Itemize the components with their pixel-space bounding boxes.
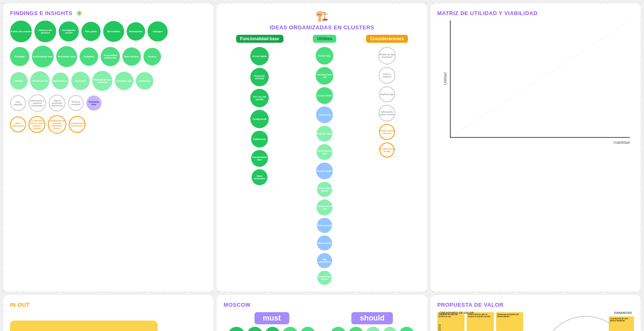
- bubble: La dificultad supone varios aspectos soc…: [29, 116, 45, 133]
- moscow-label: should: [351, 312, 393, 324]
- matrix-bubble: [608, 28, 621, 40]
- panel5-title: MOSCOW: [223, 302, 420, 308]
- bubble: Acceso usuario: [316, 163, 333, 179]
- panel6-title: PROPUESTA DE VALOR: [437, 302, 634, 308]
- panel3-title: MATRIZ DE UTILIDAD Y VIABILIDAD: [437, 10, 634, 16]
- sticky-gains-1: Ganancias principales del cliente objeti…: [496, 312, 523, 331]
- panel1-title: FINDINGS E INSIGHTS ✳️: [10, 10, 207, 16]
- moscow-section-must: mustFuncionalidad baseAcceso básicoDatos…: [223, 312, 320, 331]
- bubble: Patrones de uso: [30, 71, 49, 91]
- panel-inout: IN OUT IN AnálisisDatos personalesFuncio…: [3, 295, 213, 331]
- bubble-row: Ideas adicionalesLa dificultad supone va…: [10, 115, 207, 134]
- bubble: Búsqueda avanzada: [330, 327, 346, 331]
- matrix-bubble: [585, 108, 598, 122]
- bubble: Pain points: [81, 22, 101, 41]
- panel2-icon: 🏗️: [316, 10, 328, 21]
- bubble: Perfil usuario: [399, 327, 414, 331]
- panel1-rows: Análisis del contextoObjetivos del proye…: [10, 21, 207, 134]
- bubble: Listas y tablas: [316, 87, 333, 104]
- panel5-title-text: MOSCOW: [223, 302, 250, 308]
- bubble: Funcionalidad base: [228, 327, 245, 331]
- label-products: PRODUCTO SERVICIOS: [438, 324, 441, 331]
- propuesta-container: Creadores de valor del servicio en uso C…: [437, 312, 634, 331]
- bubble: Texto consulta: [317, 218, 332, 233]
- bubble: Buen usuario: [317, 235, 332, 251]
- panel-propuesta: PROPUESTA DE VALOR Creadores de valor de…: [431, 295, 641, 331]
- panel-ideas: 🏗️ IDEAS ORGANIZADAS EN CLUSTERS Funcion…: [217, 3, 427, 292]
- findings-icon: ✳️: [76, 10, 83, 16]
- bubble: Análisis del contexto: [10, 21, 32, 42]
- bubble-row: texto pequeñoInformación y aspectos impo…: [10, 94, 207, 112]
- bubble: Analítica algo: [379, 86, 395, 102]
- panel6-title-text: PROPUESTA DE VALOR: [437, 302, 504, 308]
- bubble: Configuración esencial: [282, 327, 298, 331]
- bubble-row: MétricasPatrones de usoBenchmarkingSoluc…: [10, 71, 207, 91]
- bubble: Con una sola pantalla: [250, 89, 269, 107]
- bubble: Exportación: [366, 327, 381, 331]
- bubble: Datos personales: [252, 169, 267, 185]
- panel4-title-text: IN OUT: [10, 302, 30, 308]
- bubble: Funcional base util: [316, 67, 333, 85]
- label-creators: CREADORES DE VALOR: [439, 311, 474, 314]
- bubble-row: EstrategiaFuncionalidad basePrioridades …: [10, 46, 207, 67]
- cluster-header: Consideraciones: [366, 35, 408, 43]
- moscow-section-should: shouldBúsqueda avanzadaNotificacionesExp…: [324, 312, 421, 331]
- bubble: Propuesta valor: [86, 96, 101, 111]
- bubble: Módulo principal: [300, 327, 315, 331]
- bubble: Retos técnicos: [122, 47, 141, 66]
- bubble: User testing: [316, 106, 333, 123]
- bubble: Funcionalidad base: [32, 46, 54, 67]
- bubble: Estrategia: [10, 47, 29, 66]
- bubble: texto pequeño: [10, 95, 26, 111]
- bubble: Viabilidad de algo importante: [92, 71, 112, 91]
- in-box: IN AnálisisDatos personalesFuncionalidad…: [10, 321, 158, 331]
- matrix-bubble: [504, 88, 514, 97]
- bubble: Funcionalidad base: [251, 150, 268, 167]
- bubble: Motivaciones: [127, 22, 145, 41]
- axis-y-label: Utilidad: [443, 72, 447, 85]
- bubble: Prioridades clave: [56, 46, 77, 67]
- bubble-row: Análisis del contextoObjetivos del proye…: [10, 21, 207, 42]
- bubble: Exportar datos: [317, 126, 332, 142]
- bubble: VIABILIDAD de solución importante técnic…: [48, 115, 66, 134]
- label-gains: GANANCIAS: [614, 311, 632, 314]
- bubble: Texto de resultado: [68, 95, 84, 111]
- panel-moscow: MOSCOW mustFuncionalidad baseAcceso bási…: [217, 295, 427, 331]
- bubble: Necesidades: [103, 21, 124, 42]
- bubble: Alcance: [143, 48, 161, 65]
- bubble: Configuración: [250, 110, 269, 128]
- sticky-creators-2: Como creamos valor al usuario en nuestro…: [467, 312, 494, 331]
- cluster-column: UtilitiesBuscar algoFuncional base utilL…: [313, 35, 336, 285]
- bubble: Tendencias: [136, 72, 153, 90]
- bubble: Información básica usuario: [379, 105, 395, 122]
- inout-container: IN AnálisisDatos personalesFuncionalidad…: [10, 312, 207, 331]
- moscow-bubbles: Funcionalidad baseAcceso básicoDatos cor…: [223, 327, 320, 331]
- bubble: Más estadísticas: [317, 253, 332, 268]
- bubble: Benchmarking: [52, 72, 69, 89]
- panel-matrix: MATRIZ DE UTILIDAD Y VIABILIDAD Viabilid…: [431, 3, 641, 292]
- bubble: Consideraciones particulares: [69, 116, 86, 133]
- moscow-label: must: [254, 312, 289, 324]
- bubble: Funcionalidad general: [317, 182, 332, 197]
- bubble: Métricas: [10, 72, 28, 90]
- bubble: Datos core: [265, 327, 280, 331]
- matrix-bubble: [531, 38, 542, 49]
- bubble: Hallazgos: [148, 21, 168, 41]
- panel1-title-text: FINDINGS E INSIGHTS: [10, 10, 73, 16]
- bubble: Historial: [383, 327, 397, 331]
- bubble: Acceso básico: [247, 327, 263, 331]
- moscow-bubbles: Búsqueda avanzadaNotificacionesExportaci…: [324, 327, 421, 331]
- bubble: Objetivos del proyecto: [34, 21, 56, 42]
- cluster-header: Funcionalidad base: [236, 35, 283, 43]
- sticky-gains-2: La propuesta de valor genera beneficios: [609, 316, 634, 331]
- cluster-header: Utilities: [313, 35, 336, 43]
- bubble: Colaboradores externos: [379, 124, 395, 140]
- axis-x-label: Viabilidad: [613, 140, 630, 145]
- panel2-title: IDEAS ORGANIZADAS EN CLUSTERS: [223, 24, 420, 31]
- bubble: Acceso rápido: [250, 47, 269, 65]
- cluster-column: Funcionalidad baseAcceso rápidoBúsqueda …: [236, 35, 283, 285]
- matrix-bubble: [603, 61, 617, 75]
- cluster-column: ConsideracionesModelo de algo importante…: [366, 35, 408, 285]
- bubble: Investigación usuario: [59, 21, 79, 41]
- clusters-container: Funcionalidad baseAcceso rápidoBúsqueda …: [223, 35, 420, 285]
